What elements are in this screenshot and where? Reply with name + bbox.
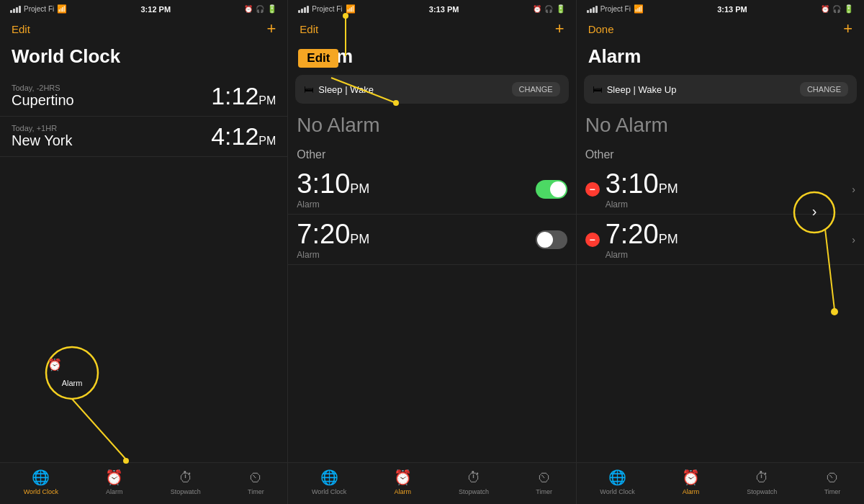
stopwatch-icon-3: ⏱	[755, 469, 769, 486]
tab-stopwatch-2[interactable]: ⏱ Stopwatch	[459, 469, 489, 495]
alarm-item-720-3[interactable]: − 7:20PM Alarm ›	[577, 215, 864, 265]
alarm-sublabel-720-2: Alarm	[297, 250, 369, 260]
alarm-label-3: Alarm	[683, 488, 700, 495]
status-left-2: Project Fi 📶	[298, 4, 355, 14]
alarm-icon-2: ⏰	[394, 469, 412, 486]
tab-alarm-3[interactable]: ⏰ Alarm	[682, 469, 700, 495]
delete-button-310-3[interactable]: −	[585, 182, 600, 197]
world-clock-label-2: World Clock	[312, 488, 346, 495]
status-left-1: Project Fi 📶	[10, 4, 67, 14]
header-2: Edit +	[288, 17, 575, 42]
world-clock-label-1: World Clock	[24, 488, 58, 495]
alarm-time-720-2: 7:20PM	[297, 219, 369, 250]
stopwatch-label-1: Stopwatch	[171, 488, 201, 495]
wifi-icon: 📶	[57, 4, 67, 14]
alarm-sublabel-310-2: Alarm	[297, 199, 369, 210]
bed-icon-3: 🛏	[593, 84, 603, 95]
tab-timer-3[interactable]: ⏲ Timer	[824, 469, 841, 495]
world-clock-icon-1: 🌐	[32, 469, 50, 486]
status-right-1: ⏰ 🎧 🔋	[244, 4, 277, 14]
other-label-2: Other	[288, 144, 575, 164]
panel-alarm-normal: Project Fi 📶 3:13 PM ⏰ 🎧 🔋 Edit + Alarm …	[288, 0, 576, 504]
alarm-status-icon: ⏰	[244, 5, 253, 13]
wifi-icon-3: 📶	[634, 4, 644, 14]
tab-bar-1: 🌐 World Clock ⏰ Alarm ⏱ Stopwatch ⏲ Time…	[0, 462, 287, 504]
tab-timer-1[interactable]: ⏲ Timer	[248, 469, 264, 495]
alarm-title-2: Alarm	[288, 42, 575, 75]
delete-button-720-3[interactable]: −	[585, 233, 600, 247]
svg-line-3	[72, 399, 126, 459]
alarm-item-310-3[interactable]: − 3:10PM Alarm ›	[577, 164, 864, 215]
timer-icon-2: ⏲	[537, 469, 552, 486]
tab-timer-2[interactable]: ⏲ Timer	[536, 469, 552, 495]
headphone-icon-2: 🎧	[544, 5, 553, 13]
clock-item-newyork: Today, +1HR New York 4:12PM	[0, 117, 287, 157]
alarm-icon-1: ⏰	[105, 469, 123, 486]
edit-button-1[interactable]: Edit	[12, 23, 30, 35]
battery-icon: 🔋	[267, 4, 277, 14]
header-1: Edit +	[0, 17, 287, 42]
alarm-toggle-310-2[interactable]	[536, 180, 567, 199]
world-clock-icon-3: 🌐	[608, 469, 626, 486]
signal-icon	[10, 6, 21, 13]
signal-icon-2	[298, 6, 309, 13]
svg-point-0	[46, 347, 98, 399]
carrier-label-3: Project Fi	[600, 5, 631, 13]
world-clock-icon-2: 🌐	[320, 469, 338, 486]
change-button-2[interactable]: CHANGE	[512, 82, 560, 96]
stopwatch-label-3: Stopwatch	[747, 488, 777, 495]
clock-item-cupertino: Today, -2HRS Cupertino 1:12PM	[0, 76, 287, 117]
done-button-3[interactable]: Done	[588, 23, 614, 35]
timer-icon-3: ⏲	[825, 469, 840, 486]
no-alarm-2: No Alarm	[288, 111, 575, 144]
add-button-2[interactable]: +	[555, 21, 564, 37]
tab-alarm-1[interactable]: ⏰ Alarm	[105, 469, 123, 495]
headphone-icon: 🎧	[256, 5, 264, 13]
edit-button-2[interactable]: Edit	[300, 23, 318, 35]
status-bar-3: Project Fi 📶 3:13 PM ⏰ 🎧 🔋	[577, 0, 864, 17]
status-bar-2: Project Fi 📶 3:13 PM ⏰ 🎧 🔋	[288, 0, 575, 17]
newyork-time: 4:12PM	[211, 122, 276, 150]
chevron-right-310-3: ›	[852, 184, 855, 195]
add-button-3[interactable]: +	[843, 21, 852, 37]
tab-world-clock-1[interactable]: 🌐 World Clock	[24, 469, 58, 495]
sleep-wake-label-2: Sleep | Wake	[318, 84, 374, 95]
battery-icon-3: 🔋	[844, 4, 854, 14]
tab-stopwatch-3[interactable]: ⏱ Stopwatch	[747, 469, 777, 495]
status-left-3: Project Fi 📶	[587, 4, 644, 14]
annotation-svg-2	[288, 265, 575, 462]
world-clock-label-3: World Clock	[600, 488, 634, 495]
bed-icon-2: 🛏	[304, 84, 314, 95]
chevron-right-720-3: ›	[852, 234, 855, 246]
battery-icon-2: 🔋	[556, 4, 566, 14]
alarm-time-310-2: 3:10PM	[297, 168, 369, 199]
add-button-1[interactable]: +	[266, 21, 276, 37]
tab-alarm-2[interactable]: ⏰ Alarm	[394, 469, 412, 495]
tab-bar-3: 🌐 World Clock ⏰ Alarm ⏱ Stopwatch ⏲ Time…	[577, 462, 864, 504]
status-time-3: 3:13 PM	[717, 5, 747, 14]
alarm-item-720-2[interactable]: 7:20PM Alarm	[288, 215, 575, 265]
sleep-wake-section-2: 🛏 Sleep | Wake CHANGE	[295, 75, 568, 104]
tab-stopwatch-1[interactable]: ⏱ Stopwatch	[171, 469, 201, 495]
alarm-toggle-720-2[interactable]	[536, 230, 567, 249]
cupertino-time: 1:12PM	[211, 82, 276, 110]
cupertino-offset: Today, -2HRS	[12, 84, 74, 92]
change-button-3[interactable]: CHANGE	[800, 82, 848, 96]
carrier-label-2: Project Fi	[312, 5, 342, 13]
status-time-1: 3:12 PM	[140, 5, 171, 14]
status-time-2: 3:13 PM	[429, 5, 459, 14]
panel-world-clock: Project Fi 📶 3:12 PM ⏰ 🎧 🔋 Edit + World …	[0, 0, 288, 504]
alarm-item-310-2[interactable]: 3:10PM Alarm	[288, 164, 575, 215]
tab-world-clock-3[interactable]: 🌐 World Clock	[600, 469, 634, 495]
alarm-sublabel-310-3: Alarm	[606, 199, 847, 210]
alarm-icon-3: ⏰	[682, 469, 700, 486]
alarm-label-1: Alarm	[106, 488, 123, 495]
timer-label-1: Timer	[248, 488, 264, 495]
timer-icon-1: ⏲	[248, 469, 263, 486]
tab-world-clock-2[interactable]: 🌐 World Clock	[312, 469, 346, 495]
annotation-svg-1: ⏰ Alarm	[0, 157, 287, 462]
cupertino-city: Cupertino	[12, 92, 74, 109]
sleep-wake-left-3: 🛏 Sleep | Wake Up	[593, 84, 677, 95]
header-3: Done +	[577, 17, 864, 42]
tab-bar-2: 🌐 World Clock ⏰ Alarm ⏱ Stopwatch ⏲ Time…	[288, 462, 575, 504]
